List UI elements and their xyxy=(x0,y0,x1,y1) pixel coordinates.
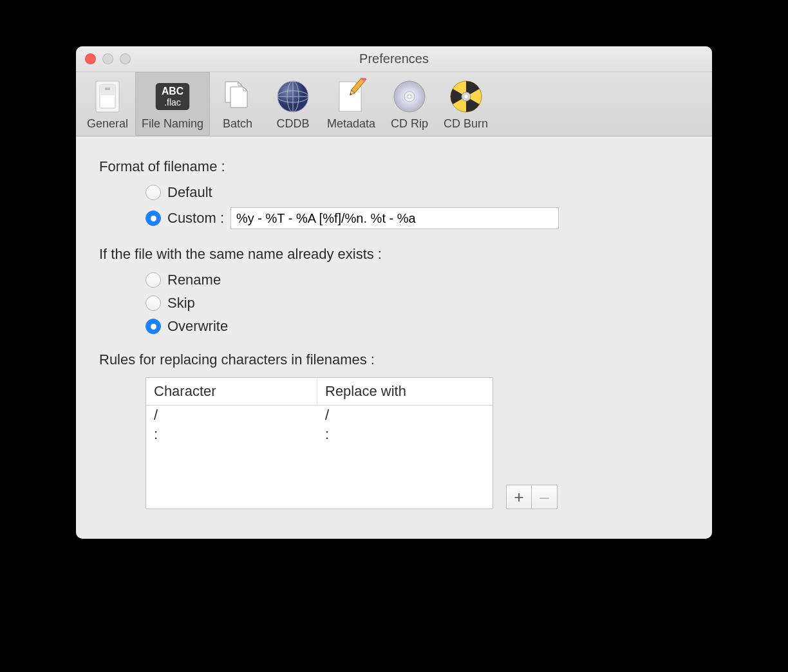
content: Format of filename : Default Custom : If… xyxy=(76,136,712,539)
rules-label: Rules for replacing characters in filena… xyxy=(99,351,689,368)
cell-replace[interactable]: : xyxy=(317,425,493,444)
cell-character[interactable]: : xyxy=(146,425,317,444)
edit-document-icon xyxy=(333,79,370,115)
table-header: Character Replace with xyxy=(146,378,493,406)
radio-label: Custom : xyxy=(167,210,224,227)
tab-general[interactable]: General xyxy=(80,72,135,136)
table-body[interactable]: / / : : xyxy=(146,406,493,509)
replace-rules-table[interactable]: Character Replace with / / : : xyxy=(145,377,493,509)
column-character[interactable]: Character xyxy=(146,378,317,405)
svg-text:ABC: ABC xyxy=(162,86,183,97)
radio-rename[interactable] xyxy=(145,272,161,288)
table-row[interactable]: : : xyxy=(146,425,493,444)
tab-label: Metadata xyxy=(327,117,375,131)
minus-icon: – xyxy=(539,489,549,505)
abc-flac-icon: ABC .flac xyxy=(155,79,191,115)
tab-label: CD Rip xyxy=(391,117,428,131)
table-row[interactable]: / / xyxy=(146,406,493,425)
toolbar: General ABC .flac File Naming xyxy=(76,72,712,136)
radio-row-default[interactable]: Default xyxy=(145,184,689,201)
add-rule-button[interactable]: + xyxy=(506,485,532,509)
radio-row-overwrite[interactable]: Overwrite xyxy=(145,318,689,335)
table-buttons: + – xyxy=(506,485,689,509)
tab-cddb[interactable]: CDDB xyxy=(265,72,321,136)
window-title: Preferences xyxy=(359,51,429,66)
column-replace-with[interactable]: Replace with xyxy=(317,378,493,405)
radio-row-skip[interactable]: Skip xyxy=(145,295,689,312)
plus-icon: + xyxy=(514,489,523,505)
cell-character[interactable]: / xyxy=(146,406,317,425)
tab-label: CD Burn xyxy=(444,117,488,131)
tab-label: CDDB xyxy=(277,117,310,131)
tab-label: General xyxy=(87,117,128,131)
tab-cd-rip[interactable]: CD Rip xyxy=(382,72,437,136)
svg-rect-3 xyxy=(105,88,110,90)
custom-format-input[interactable] xyxy=(230,207,559,229)
svg-point-22 xyxy=(464,95,467,98)
radio-custom[interactable] xyxy=(145,210,161,226)
documents-icon xyxy=(220,79,256,115)
format-label: Format of filename : xyxy=(99,158,689,175)
radio-label: Overwrite xyxy=(167,318,228,335)
burn-icon xyxy=(448,79,484,115)
tab-batch[interactable]: Batch xyxy=(210,72,265,136)
cell-replace[interactable]: / xyxy=(317,406,493,425)
exists-label: If the file with the same name already e… xyxy=(99,246,689,263)
svg-text:.flac: .flac xyxy=(164,97,181,107)
zoom-window-icon xyxy=(120,53,131,64)
remove-rule-button[interactable]: – xyxy=(532,485,558,509)
radio-overwrite[interactable] xyxy=(145,319,161,334)
radio-skip[interactable] xyxy=(145,295,161,311)
window-controls xyxy=(85,46,131,71)
tab-label: File Naming xyxy=(142,117,203,131)
preferences-window: Preferences General ABC .flac xyxy=(76,46,712,539)
cd-icon xyxy=(391,79,427,115)
radio-row-rename[interactable]: Rename xyxy=(145,272,689,288)
radio-label: Default xyxy=(167,184,212,201)
tab-metadata[interactable]: Metadata xyxy=(321,72,382,136)
globe-network-icon xyxy=(275,79,311,115)
radio-default[interactable] xyxy=(145,185,161,200)
tab-label: Batch xyxy=(223,117,252,131)
radio-label: Skip xyxy=(167,295,195,312)
minimize-window-icon xyxy=(102,53,113,64)
switch-icon xyxy=(89,79,126,115)
close-window-icon[interactable] xyxy=(85,53,96,64)
tab-cd-burn[interactable]: CD Burn xyxy=(437,72,494,136)
titlebar: Preferences xyxy=(76,46,712,72)
radio-row-custom[interactable]: Custom : xyxy=(145,207,689,229)
svg-point-19 xyxy=(408,95,411,98)
tab-file-naming[interactable]: ABC .flac File Naming xyxy=(135,72,210,136)
radio-label: Rename xyxy=(167,272,221,288)
